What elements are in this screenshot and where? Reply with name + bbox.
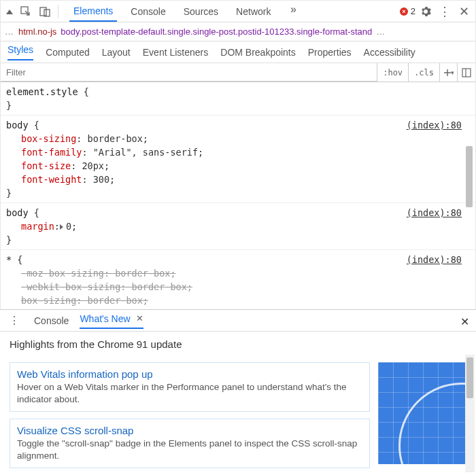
rule-element-style[interactable]: element.style { } (1, 82, 475, 116)
error-count: 2 (411, 6, 415, 16)
whats-new-body: Highlights from the Chrome 91 update Web… (0, 332, 476, 475)
card-desc: Toggle the "scroll-snap" badge in the El… (17, 438, 362, 462)
close-tab-icon[interactable]: ✕ (136, 313, 143, 323)
subtab-dom-breakpoints[interactable]: DOM Breakpoints (220, 47, 295, 58)
subtab-event-listeners[interactable]: Event Listeners (143, 47, 209, 58)
rule-selector: * (6, 254, 12, 265)
scrollbar-thumb[interactable] (466, 357, 473, 398)
drawer-close-icon[interactable]: ✕ (460, 315, 469, 328)
styles-subtabs: Styles Computed Layout Event Listeners D… (1, 41, 475, 63)
rule-selector: body (6, 207, 29, 218)
whats-new-card[interactable]: Visualize CSS scroll-snap Toggle the "sc… (10, 419, 370, 468)
breadcrumb-overflow-right: … (376, 27, 386, 37)
drawer-tab-label: What's New (80, 313, 130, 324)
toggle-box-model-icon[interactable] (458, 63, 475, 82)
drawer-tabs: ⋮ Console What's New ✕ ✕ (0, 310, 476, 332)
more-tabs-icon[interactable]: » (284, 1, 302, 18)
css-val[interactable]: border-box; (88, 133, 148, 144)
drawer: ⋮ Console What's New ✕ ✕ Highlights from… (0, 309, 476, 475)
css-val[interactable]: 0; (66, 221, 77, 232)
new-style-rule-icon[interactable]: ▾ (440, 63, 458, 82)
devtools-toolbar: Elements Console Sources Network » × 2 ⋮… (1, 1, 475, 22)
cls-toggle[interactable]: .cls (409, 63, 440, 82)
rule-body-2[interactable]: (index):80 body { margin:0; } (1, 203, 475, 250)
rule-source-link[interactable]: (index):80 (407, 253, 462, 266)
svg-rect-3 (462, 69, 471, 77)
settings-gear-icon[interactable] (417, 3, 435, 20)
css-val[interactable]: border-box; (132, 281, 192, 292)
dom-breadcrumb: … html.no-js body.post-template-default.… (1, 22, 475, 41)
css-val[interactable]: "Arial", sans-serif; (93, 147, 204, 158)
drawer-tab-console[interactable]: Console (34, 315, 69, 326)
toolbar-divider (58, 5, 58, 18)
rule-body-1[interactable]: (index):80 body { box-sizing: border-box… (1, 116, 475, 203)
css-rules-list: element.style { } (index):80 body { box-… (1, 82, 475, 309)
css-val[interactable]: 300; (93, 174, 116, 185)
card-title: Visualize CSS scroll-snap (17, 425, 362, 436)
subtab-layout[interactable]: Layout (102, 47, 131, 58)
device-toggle-icon[interactable] (36, 3, 54, 20)
tab-console[interactable]: Console (126, 1, 169, 22)
css-val[interactable]: border-box; (115, 268, 175, 279)
rule-source-link[interactable]: (index):80 (407, 206, 462, 219)
breadcrumb-overflow-left[interactable]: … (5, 27, 14, 37)
inspect-icon[interactable] (17, 3, 35, 20)
css-prop[interactable]: box-sizing (21, 133, 76, 144)
tab-network[interactable]: Network (232, 1, 275, 22)
whats-new-headline: Highlights from the Chrome 91 update (10, 338, 466, 350)
whats-new-thumbnail (378, 362, 466, 464)
subtab-styles[interactable]: Styles (7, 44, 33, 60)
drawer-scrollbar[interactable] (465, 355, 475, 472)
rule-source-link[interactable]: (index):80 (407, 118, 462, 132)
css-prop[interactable]: margin (21, 221, 54, 232)
tab-elements[interactable]: Elements (69, 1, 117, 22)
expand-up-icon[interactable] (6, 10, 13, 14)
error-badge[interactable]: × 2 (400, 6, 415, 16)
whats-new-card[interactable]: Web Vitals information pop up Hover on a… (10, 362, 370, 412)
rule-universal[interactable]: (index):80 * { -moz-box-sizing: border-b… (1, 250, 475, 309)
css-prop[interactable]: font-weight (21, 174, 82, 185)
css-prop[interactable]: -webkit-box-sizing (21, 281, 120, 292)
styles-filter-row: :hov .cls ▾ (1, 63, 475, 82)
rule-selector: element.style (6, 86, 78, 97)
card-title: Web Vitals information pop up (17, 368, 362, 380)
subtab-computed[interactable]: Computed (46, 47, 90, 58)
rule-selector: body (6, 120, 29, 130)
css-val[interactable]: 20px; (82, 160, 109, 171)
css-prop[interactable]: -moz-box-sizing (21, 268, 104, 279)
close-devtools-icon[interactable]: ✕ (455, 3, 473, 20)
tab-sources[interactable]: Sources (180, 1, 222, 22)
hov-toggle[interactable]: :hov (377, 63, 409, 82)
error-icon: × (400, 7, 408, 16)
css-prop[interactable]: font-size (21, 160, 71, 171)
css-val[interactable]: border-box; (88, 295, 148, 306)
svg-rect-1 (40, 7, 46, 16)
css-prop[interactable]: font-family (21, 147, 82, 158)
styles-filter-input[interactable] (1, 63, 377, 82)
drawer-tab-whatsnew[interactable]: What's New ✕ (80, 313, 143, 329)
css-prop[interactable]: box-sizing (21, 295, 76, 306)
expand-shorthand-icon[interactable] (60, 221, 66, 232)
kebab-menu-icon[interactable]: ⋮ (436, 3, 454, 20)
styles-panel: element.style { } (index):80 body { box-… (1, 82, 475, 309)
scrollbar-thumb[interactable] (466, 146, 473, 207)
main-tabs: Elements Console Sources Network » (69, 1, 302, 22)
subtab-properties[interactable]: Properties (308, 47, 352, 58)
breadcrumb-body[interactable]: body.post-template-default.single.single… (61, 27, 372, 37)
breadcrumb-html[interactable]: html.no-js (18, 27, 56, 37)
subtab-accessibility[interactable]: Accessibility (364, 47, 415, 58)
card-desc: Hover on a Web Vitals marker in the Perf… (17, 381, 362, 406)
drawer-kebab-icon[interactable]: ⋮ (5, 312, 23, 330)
